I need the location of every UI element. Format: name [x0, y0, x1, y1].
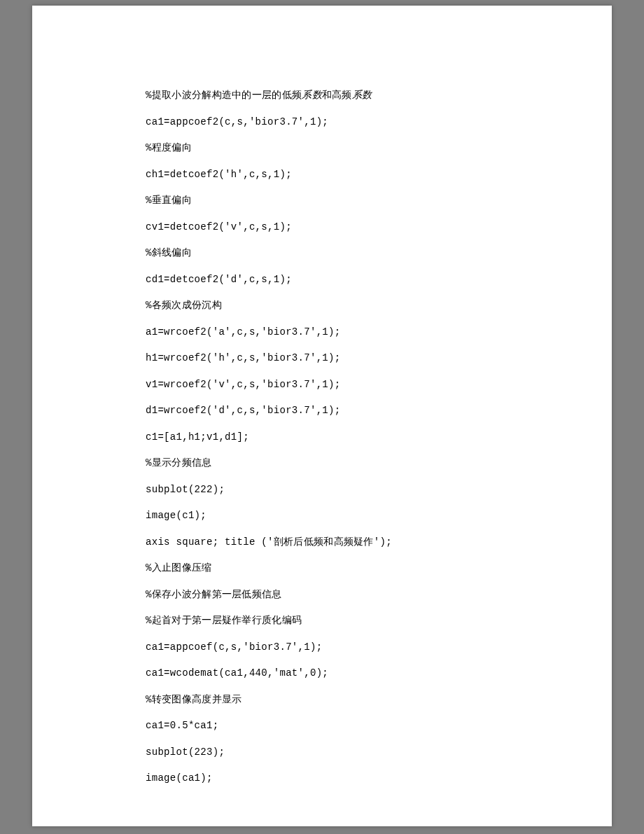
- code-text: ca1=0.5*ca1;: [146, 720, 218, 731]
- code-text: ca1=appcoef(c,s,'bior3.7',1);: [146, 641, 322, 653]
- code-text: %入止图像压缩: [146, 562, 212, 574]
- code-line: v1=wrcoef2('v',c,s,'bior3.7',1);: [146, 372, 612, 398]
- code-text: %起首对于第一层疑作举行质化编码: [146, 615, 302, 626]
- code-text: %提取小波分解构造中的一层的低频: [146, 90, 302, 101]
- document-page: %提取小波分解构造中的一层的低频系数和高频系数ca1=appcoef2(c,s,…: [32, 6, 612, 826]
- code-text: cd1=detcoef2('d',c,s,1);: [146, 274, 292, 285]
- code-line: image(ca1);: [146, 765, 612, 792]
- code-text: subplot(223);: [146, 746, 225, 758]
- code-line: c1=[a1,h1;v1,d1];: [146, 424, 612, 451]
- code-text: 和高频: [322, 90, 352, 101]
- code-text: %转变图像高度并显示: [146, 694, 241, 705]
- code-text: a1=wrcoef2('a',c,s,'bior3.7',1);: [146, 326, 340, 338]
- code-text: %保存小波分解第一层低频信息: [146, 589, 282, 600]
- code-text: %各频次成份沉构: [146, 300, 222, 311]
- code-line: %入止图像压缩: [146, 555, 612, 582]
- code-line: cd1=detcoef2('d',c,s,1);: [146, 267, 612, 293]
- code-text: cv1=detcoef2('v',c,s,1);: [146, 221, 292, 232]
- code-line: ca1=appcoef(c,s,'bior3.7',1);: [146, 634, 612, 661]
- code-line: ca1=wcodemat(ca1,440,'mat',0);: [146, 660, 612, 687]
- code-line: %程度偏向: [146, 135, 612, 162]
- code-line: %转变图像高度并显示: [146, 687, 612, 714]
- code-line: %保存小波分解第一层低频信息: [146, 582, 612, 609]
- code-text: 系数: [352, 90, 372, 101]
- code-text: c1=[a1,h1;v1,d1];: [146, 431, 249, 443]
- code-line: %提取小波分解构造中的一层的低频系数和高频系数: [146, 83, 612, 109]
- code-text: %垂直偏向: [146, 195, 192, 206]
- code-text: ch1=detcoef2('h',c,s,1);: [146, 169, 292, 180]
- code-line: h1=wrcoef2('h',c,s,'bior3.7',1);: [146, 345, 612, 372]
- code-line: d1=wrcoef2('d',c,s,'bior3.7',1);: [146, 398, 612, 424]
- code-text: %斜线偏向: [146, 247, 192, 258]
- code-block: %提取小波分解构造中的一层的低频系数和高频系数ca1=appcoef2(c,s,…: [146, 83, 612, 792]
- code-text: ca1=appcoef2(c,s,'bior3.7',1);: [146, 116, 328, 127]
- code-text: 系数: [302, 90, 322, 101]
- code-text: %程度偏向: [146, 142, 192, 153]
- code-line: ca1=appcoef2(c,s,'bior3.7',1);: [146, 109, 612, 136]
- code-text: image(c1);: [146, 510, 206, 521]
- code-line: axis square; title ('剖析后低频和高频疑作');: [146, 529, 612, 556]
- code-line: %垂直偏向: [146, 188, 612, 214]
- code-text: ca1=wcodemat(ca1,440,'mat',0);: [146, 667, 328, 679]
- code-line: ch1=detcoef2('h',c,s,1);: [146, 162, 612, 188]
- code-line: %起首对于第一层疑作举行质化编码: [146, 608, 612, 634]
- code-line: cv1=detcoef2('v',c,s,1);: [146, 214, 612, 241]
- code-text: d1=wrcoef2('d',c,s,'bior3.7',1);: [146, 405, 340, 416]
- code-line: ca1=0.5*ca1;: [146, 713, 612, 739]
- code-line: subplot(222);: [146, 477, 612, 503]
- code-line: %各频次成份沉构: [146, 293, 612, 319]
- code-text: v1=wrcoef2('v',c,s,'bior3.7',1);: [146, 379, 340, 390]
- code-text: axis square; title ('剖析后低频和高频疑作');: [146, 536, 392, 548]
- code-line: a1=wrcoef2('a',c,s,'bior3.7',1);: [146, 319, 612, 346]
- code-line: subplot(223);: [146, 739, 612, 766]
- code-text: image(ca1);: [146, 772, 213, 784]
- code-line: %显示分频信息: [146, 450, 612, 477]
- code-text: subplot(222);: [146, 484, 225, 495]
- code-text: %显示分频信息: [146, 457, 212, 468]
- code-line: %斜线偏向: [146, 240, 612, 267]
- code-line: image(c1);: [146, 503, 612, 529]
- code-text: h1=wrcoef2('h',c,s,'bior3.7',1);: [146, 352, 340, 363]
